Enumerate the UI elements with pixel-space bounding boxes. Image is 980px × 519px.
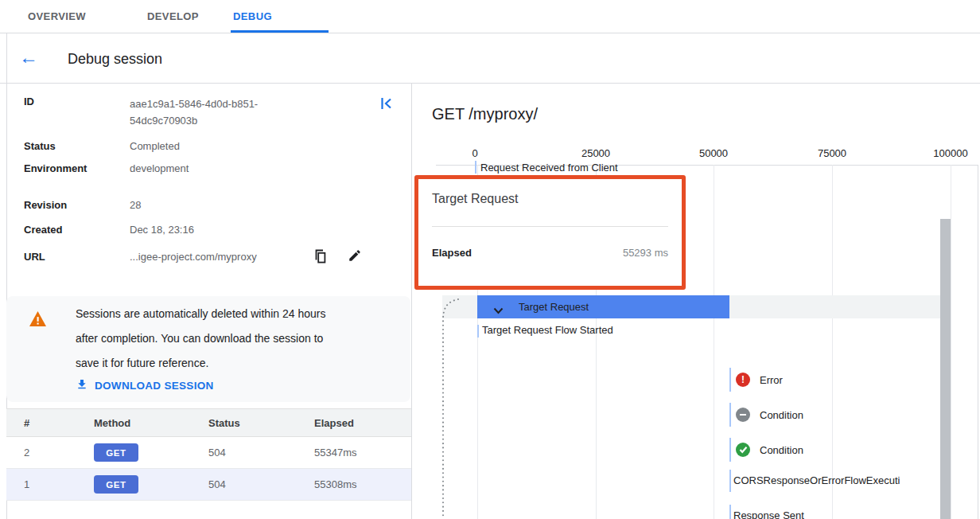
chevron-down-icon — [493, 303, 504, 318]
row-status: 504 — [208, 437, 226, 469]
row-status: 504 — [208, 469, 226, 501]
plot-right-border — [978, 165, 978, 519]
download-session-button[interactable]: DOWNLOAD SESSION — [76, 378, 214, 393]
revision-value: 28 — [130, 199, 141, 211]
gridline — [714, 165, 714, 519]
col-method: Method — [94, 409, 130, 438]
axis-tick-25000: 25000 — [581, 147, 610, 159]
gridline — [832, 165, 833, 519]
tab-overview[interactable]: OVERVIEW — [28, 0, 86, 33]
page-title: Debug session — [68, 51, 162, 68]
event-request-received[interactable]: Request Received from Client — [480, 162, 618, 174]
timeline-vertical-scrollbar[interactable] — [940, 219, 951, 519]
event-condition-met[interactable]: Condition — [736, 443, 803, 457]
event-marker — [729, 505, 731, 519]
environment-label: Environment — [24, 162, 87, 174]
timeline-title: GET /myproxy/ — [432, 105, 538, 123]
event-marker — [729, 438, 731, 462]
event-marker — [729, 470, 731, 492]
transaction-row-2[interactable]: 2 GET 504 55347ms — [6, 437, 411, 469]
gridline — [951, 165, 951, 519]
axis-tick-100000: 100000 — [933, 147, 967, 159]
axis-tick-50000: 50000 — [699, 147, 728, 159]
method-badge: GET — [94, 443, 138, 462]
transactions-table-header: # Method Status Elapsed — [6, 408, 411, 437]
back-button[interactable]: ← — [19, 48, 38, 67]
condition-skipped-icon — [736, 408, 750, 422]
tabbar-divider — [0, 33, 980, 33]
row-elapsed: 55347ms — [314, 437, 356, 469]
event-cors-flow[interactable]: CORSResponseOrErrorFlowExecuti — [733, 474, 940, 486]
header-divider — [0, 83, 980, 84]
event-error[interactable]: ! Error — [736, 373, 783, 387]
method-badge: GET — [94, 475, 138, 494]
copy-url-icon[interactable] — [313, 249, 327, 267]
axis-tick-75000: 75000 — [818, 147, 846, 159]
warning-message: Sessions are automatically deleted withi… — [76, 302, 410, 376]
col-elapsed: Elapsed — [314, 409, 354, 438]
col-status: Status — [208, 409, 240, 438]
flow-connector-dotted-line — [436, 296, 463, 519]
row-num: 1 — [24, 469, 29, 501]
status-label: Status — [24, 140, 56, 152]
event-marker — [477, 325, 479, 338]
debug-session-page: OVERVIEW DEVELOP DEBUG ← Debug session I… — [0, 0, 980, 519]
retention-warning-card: Sessions are automatically deleted withi… — [6, 296, 410, 402]
event-response-sent[interactable]: Response Sent — [733, 509, 804, 519]
axis-tick-0: 0 — [472, 147, 477, 159]
panel-divider — [411, 84, 412, 519]
collapse-panel-icon[interactable] — [379, 96, 395, 115]
condition-met-icon — [736, 443, 750, 457]
created-label: Created — [24, 224, 62, 236]
status-value: Completed — [130, 140, 180, 152]
col-num: # — [24, 409, 29, 438]
created-value: Dec 18, 23:16 — [130, 224, 194, 236]
event-flow-started[interactable]: Target Request Flow Started — [482, 324, 613, 336]
error-icon: ! — [736, 373, 750, 387]
id-label: ID — [24, 96, 34, 107]
target-request-bar[interactable]: Target Request — [477, 295, 729, 318]
revision-label: Revision — [24, 199, 67, 211]
environment-value: development — [130, 162, 189, 174]
url-value: ...igee-project.com/myproxy — [130, 251, 257, 263]
event-marker — [729, 403, 731, 427]
transaction-row-1-selected[interactable]: 1 GET 504 55308ms — [6, 469, 411, 501]
target-request-bar-label: Target Request — [519, 301, 589, 313]
url-label: URL — [24, 251, 45, 263]
event-condition-skipped[interactable]: Condition — [736, 408, 803, 422]
annotation-highlight-box — [414, 175, 686, 290]
event-marker — [729, 368, 731, 392]
download-icon — [76, 378, 88, 393]
tab-develop[interactable]: DEVELOP — [147, 0, 199, 33]
id-value: aae1c9a1-5846-4d0d-b851- 54dc9c70903b — [130, 96, 258, 129]
warning-icon — [29, 310, 47, 330]
row-elapsed: 55308ms — [314, 469, 356, 501]
event-marker — [475, 161, 476, 174]
edit-url-icon[interactable] — [348, 248, 362, 266]
tab-debug[interactable]: DEBUG — [233, 0, 272, 33]
row-num: 2 — [24, 437, 29, 469]
